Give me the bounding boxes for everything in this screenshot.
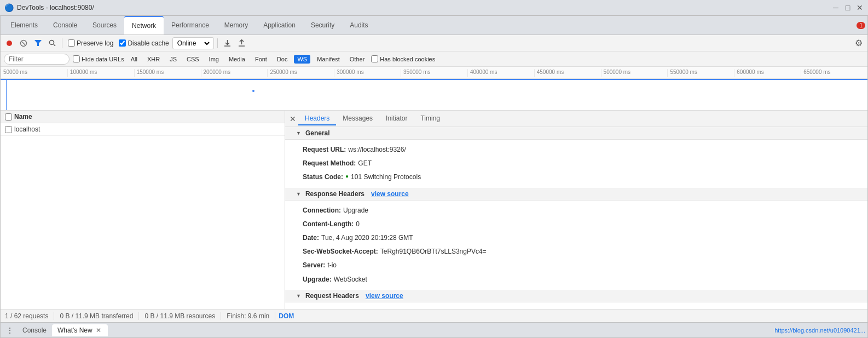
sec-websocket-row: Sec-WebSocket-Accept: TeRgh91QB6OrBTt7sL… <box>285 245 867 259</box>
throttle-select[interactable]: Online Fast 3G Slow 3G Offline <box>172 37 214 49</box>
row-checkbox[interactable] <box>5 126 12 133</box>
tab-console[interactable]: Console <box>45 16 85 35</box>
server-label: Server: <box>303 260 325 271</box>
request-url-row: Request URL: ws://localhost:9326/ <box>285 143 867 157</box>
import-button[interactable] <box>221 37 234 50</box>
tab-memory[interactable]: Memory <box>217 16 256 35</box>
hide-data-urls-checkbox[interactable]: Hide data URLs <box>73 55 124 62</box>
status-dot: ● <box>345 172 349 182</box>
settings-button[interactable]: ⚙ <box>852 37 865 50</box>
filter-doc[interactable]: Doc <box>274 55 291 64</box>
whats-new-close-button[interactable]: ✕ <box>95 326 102 334</box>
maximize-button[interactable]: □ <box>844 4 852 12</box>
svg-line-5 <box>54 44 55 46</box>
tick-2: 100000 ms <box>67 69 134 77</box>
sec-websocket-label: Sec-WebSocket-Accept: <box>303 247 378 257</box>
devtools-container: Elements Console Sources Network Perform… <box>0 15 868 338</box>
tick-5: 250000 ms <box>267 69 334 77</box>
bottom-tab-console[interactable]: Console <box>17 324 52 336</box>
tab-network[interactable]: Network <box>124 16 164 35</box>
filter-ws[interactable]: WS <box>294 55 310 64</box>
minimize-button[interactable]: ─ <box>832 4 840 12</box>
tab-application[interactable]: Application <box>256 16 303 35</box>
tab-timing[interactable]: Timing <box>414 112 447 125</box>
svg-line-2 <box>22 42 25 45</box>
server-row: Server: t-io <box>285 259 867 272</box>
tick-3: 150000 ms <box>134 69 201 77</box>
status-code-label: Status Code: <box>303 172 343 182</box>
filter-img[interactable]: Img <box>206 55 222 64</box>
request-method-row: Request Method: GET <box>285 157 867 170</box>
response-view-source-link[interactable]: view source <box>371 190 409 198</box>
finish-time: Finish: 9.6 min <box>221 312 275 320</box>
details-close-button[interactable]: ✕ <box>287 113 298 124</box>
main-tab-bar: Elements Console Sources Network Perform… <box>1 16 867 35</box>
transferred-size: 0 B / 11.9 MB transferred <box>54 312 139 320</box>
bottom-menu-icon[interactable]: ⋮ <box>3 324 17 337</box>
tick-9: 450000 ms <box>534 69 601 77</box>
filter-other[interactable]: Other <box>346 55 368 64</box>
general-section-header[interactable]: General <box>285 127 867 140</box>
tick-13: 650000 ms <box>801 69 867 77</box>
select-all-checkbox[interactable] <box>5 113 12 121</box>
response-headers-section-header[interactable]: Response Headers view source <box>285 188 867 200</box>
dom-link[interactable]: DOM <box>275 312 297 320</box>
tab-security[interactable]: Security <box>303 16 342 35</box>
search-button[interactable] <box>45 37 59 50</box>
filter-js[interactable]: JS <box>166 55 180 64</box>
has-blocked-cookies-checkbox[interactable]: Has blocked cookies <box>371 55 435 62</box>
window-title: DevTools - localhost:9080/ <box>17 4 832 12</box>
tab-performance[interactable]: Performance <box>164 16 217 35</box>
filter-xhr[interactable]: XHR <box>144 55 163 64</box>
preserve-log-checkbox[interactable]: Preserve log <box>66 39 115 47</box>
close-button[interactable]: ✕ <box>856 4 864 12</box>
connection-row: Connection: Upgrade <box>285 204 867 217</box>
filter-input[interactable] <box>4 54 70 65</box>
tab-messages[interactable]: Messages <box>336 112 379 125</box>
filter-css[interactable]: CSS <box>183 55 202 64</box>
requests-panel: Name localhost <box>1 111 285 309</box>
content-length-row: Content-Length: 0 <box>285 217 867 231</box>
details-tab-bar: ✕ Headers Messages Initiator Timing <box>285 111 867 127</box>
clear-button[interactable] <box>17 37 30 50</box>
filter-manifest[interactable]: Manifest <box>314 55 343 64</box>
timeline-blue-bar <box>1 79 867 80</box>
request-url-label: Request URL: <box>303 145 346 155</box>
tab-audits[interactable]: Audits <box>342 16 375 35</box>
tick-10: 500000 ms <box>601 69 668 77</box>
upgrade-value: WebSocket <box>334 274 367 285</box>
filter-all[interactable]: All <box>128 55 141 64</box>
connection-value: Upgrade <box>343 205 368 216</box>
server-value: t-io <box>327 260 337 271</box>
bottom-tab-bar: ⋮ Console What's New ✕ https://blog.csdn… <box>1 322 867 337</box>
filter-media[interactable]: Media <box>225 55 248 64</box>
sec-websocket-value: TeRgh91QB6OrBTt7sLLS3ngPVc4= <box>380 247 487 257</box>
timeline-body[interactable] <box>1 79 867 110</box>
tab-sources[interactable]: Sources <box>85 16 124 35</box>
table-row[interactable]: localhost <box>1 123 285 136</box>
content-length-label: Content-Length: <box>303 219 354 230</box>
response-headers-section-body: Connection: Upgrade Content-Length: 0 Da… <box>285 200 867 290</box>
request-headers-section-header[interactable]: Request Headers view source <box>285 290 867 302</box>
filter-button[interactable] <box>31 37 44 50</box>
title-bar: 🔵 DevTools - localhost:9080/ ─ □ ✕ <box>0 0 868 15</box>
tab-elements[interactable]: Elements <box>3 16 45 35</box>
request-method-label: Request Method: <box>303 158 356 169</box>
tick-6: 300000 ms <box>334 69 401 77</box>
bottom-tab-whats-new[interactable]: What's New ✕ <box>52 324 108 336</box>
svg-point-4 <box>49 41 54 45</box>
request-headers-section-body: Accept-Encoding: gzip, deflate, br Accep… <box>285 302 867 309</box>
filter-bar: Hide data URLs All XHR JS CSS Img Media … <box>1 51 867 67</box>
request-view-source-link[interactable]: view source <box>366 292 403 300</box>
filter-font[interactable]: Font <box>252 55 270 64</box>
disable-cache-checkbox[interactable]: Disable cache <box>117 39 171 47</box>
tick-4: 200000 ms <box>201 69 268 77</box>
window-controls: ─ □ ✕ <box>832 4 864 12</box>
tab-initiator[interactable]: Initiator <box>379 112 414 125</box>
requests-header: Name <box>1 111 285 123</box>
tab-headers[interactable]: Headers <box>298 112 336 125</box>
general-section-body: Request URL: ws://localhost:9326/ Reques… <box>285 140 867 188</box>
export-button[interactable] <box>235 37 248 50</box>
separator-2 <box>217 38 218 48</box>
record-button[interactable] <box>3 37 16 50</box>
